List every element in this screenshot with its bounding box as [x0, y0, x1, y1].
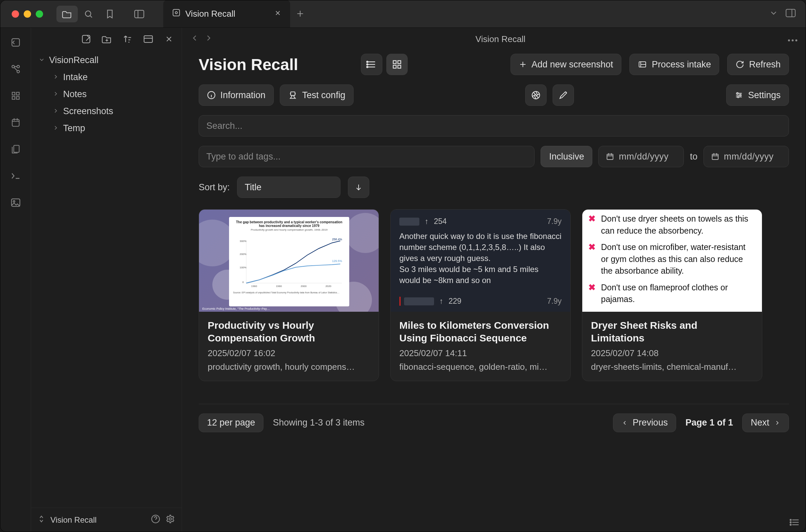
svg-text:1980: 1980 — [276, 285, 282, 288]
collapse-all-icon[interactable] — [162, 32, 176, 46]
search-input[interactable] — [206, 121, 781, 131]
search-icon[interactable] — [78, 6, 99, 22]
date-from-input[interactable]: mm/dd/yyyy — [598, 146, 684, 167]
svg-text:2020: 2020 — [325, 285, 332, 288]
card-fibonacci[interactable]: ↑ 254 7.9y Another quick way to do it is… — [390, 209, 570, 381]
svg-text:100%: 100% — [240, 266, 246, 269]
svg-text:0: 0 — [242, 281, 244, 284]
svg-point-37 — [737, 96, 739, 97]
add-screenshot-button[interactable]: Add new screenshot — [510, 54, 622, 75]
more-icon[interactable] — [788, 34, 798, 44]
per-page-select[interactable]: 12 per page — [199, 414, 263, 432]
tag-input-wrapper[interactable] — [199, 146, 535, 167]
new-folder-icon[interactable] — [99, 32, 114, 46]
maximize-window[interactable] — [36, 10, 43, 18]
svg-point-20 — [169, 518, 172, 520]
chevron-right-icon — [52, 123, 60, 133]
tab-close-icon[interactable] — [274, 9, 281, 19]
tab-active[interactable]: Vision Recall — [163, 0, 290, 27]
settings-button[interactable]: Settings — [726, 84, 789, 106]
search-input-wrapper[interactable] — [199, 115, 789, 136]
folder-icon[interactable] — [56, 6, 78, 22]
list-toggle-icon[interactable] — [790, 518, 800, 528]
svg-text:200%: 200% — [240, 253, 246, 256]
tree-item-temp[interactable]: Temp — [34, 120, 179, 137]
nav-back-icon[interactable] — [190, 33, 199, 45]
snippet-text: Another quick way to do it is use the fi… — [399, 231, 562, 286]
chart-title: The gap between productivity and a typic… — [233, 220, 345, 228]
card-tags: fibonacci-sequence, golden-ratio, mi… — [399, 362, 562, 372]
svg-rect-2 — [173, 10, 180, 16]
rail-calendar-icon[interactable] — [7, 114, 24, 131]
card-productivity[interactable]: The gap between productivity and a typic… — [199, 209, 379, 381]
panel-right-icon[interactable] — [786, 9, 796, 19]
rail-copy-icon[interactable] — [7, 140, 24, 158]
tree-item-notes[interactable]: Notes — [34, 86, 179, 103]
svg-point-54 — [790, 524, 791, 525]
sort-direction-button[interactable] — [348, 176, 369, 198]
tag-input[interactable] — [206, 152, 527, 162]
new-note-icon[interactable] — [79, 32, 93, 46]
sort-icon[interactable] — [120, 32, 135, 46]
rail-graph-icon[interactable] — [7, 60, 24, 78]
card-dryer-sheets[interactable]: ✖Don't use dryer sheets on towels as thi… — [582, 209, 762, 381]
date-to-input[interactable]: mm/dd/yyyy — [704, 146, 789, 167]
svg-text:1960: 1960 — [251, 285, 257, 288]
settings-gear-icon[interactable] — [166, 514, 175, 526]
test-config-button[interactable]: Test config — [280, 84, 354, 106]
svg-rect-13 — [12, 119, 19, 127]
svg-rect-14 — [14, 145, 19, 152]
new-tab-button[interactable] — [290, 0, 310, 27]
view-list-button[interactable] — [361, 54, 382, 75]
svg-rect-29 — [393, 65, 396, 69]
svg-text:129.5%: 129.5% — [332, 259, 342, 263]
tree-item-screenshots[interactable]: Screenshots — [34, 103, 179, 120]
tag-mode-toggle[interactable]: Inclusive — [541, 146, 592, 167]
sort-label: Sort by: — [199, 182, 230, 193]
view-grid-button[interactable] — [386, 54, 408, 75]
test-config-label: Test config — [302, 90, 345, 100]
rail-image-icon[interactable] — [7, 194, 24, 211]
sort-arrows-icon[interactable] — [38, 515, 45, 525]
next-page-button[interactable]: Next — [742, 414, 789, 432]
expand-icon[interactable] — [141, 32, 155, 46]
svg-point-25 — [367, 64, 368, 65]
svg-point-21 — [788, 39, 790, 41]
rail-terminal-icon[interactable] — [7, 167, 24, 185]
svg-point-53 — [790, 522, 791, 523]
svg-point-36 — [740, 94, 741, 96]
prev-page-button[interactable]: Previous — [613, 414, 676, 432]
nav-forward-icon[interactable] — [204, 33, 213, 45]
rail-grid-icon[interactable] — [7, 87, 24, 104]
aperture-icon[interactable] — [525, 84, 547, 106]
titlebar: Vision Recall — [0, 0, 806, 28]
sidebar-toggle-icon[interactable] — [129, 6, 150, 22]
process-intake-button[interactable]: Process intake — [630, 54, 719, 75]
sort-value: Title — [245, 182, 261, 193]
rail-collapse-icon[interactable] — [7, 34, 24, 51]
chevron-down-icon[interactable] — [769, 8, 778, 20]
up-arrow-icon: ↑ — [425, 217, 429, 226]
refresh-label: Refresh — [749, 59, 781, 70]
minimize-window[interactable] — [24, 10, 31, 18]
svg-point-24 — [367, 61, 368, 62]
window-controls — [0, 10, 43, 18]
svg-point-23 — [795, 39, 797, 41]
information-button[interactable]: Information — [199, 84, 274, 106]
footer-title: Vision Recall — [51, 515, 96, 525]
sort-select[interactable]: Title — [237, 176, 341, 198]
edit-tools-icon[interactable] — [552, 84, 574, 106]
tree-root[interactable]: VisionRecall — [34, 52, 179, 69]
card-tags: productivity growth, hourly compens… — [208, 362, 370, 372]
svg-point-26 — [367, 66, 368, 68]
svg-rect-30 — [398, 65, 401, 69]
svg-rect-12 — [16, 96, 19, 99]
card-date: 2025/02/07 16:02 — [208, 348, 370, 358]
card-title: Miles to Kilometers Conversion Using Fib… — [399, 319, 562, 345]
prev-label: Previous — [633, 418, 668, 428]
refresh-button[interactable]: Refresh — [727, 54, 789, 75]
help-icon[interactable] — [151, 514, 160, 526]
tree-item-intake[interactable]: Intake — [34, 69, 179, 86]
close-window[interactable] — [12, 10, 19, 18]
bookmark-icon[interactable] — [99, 6, 120, 22]
